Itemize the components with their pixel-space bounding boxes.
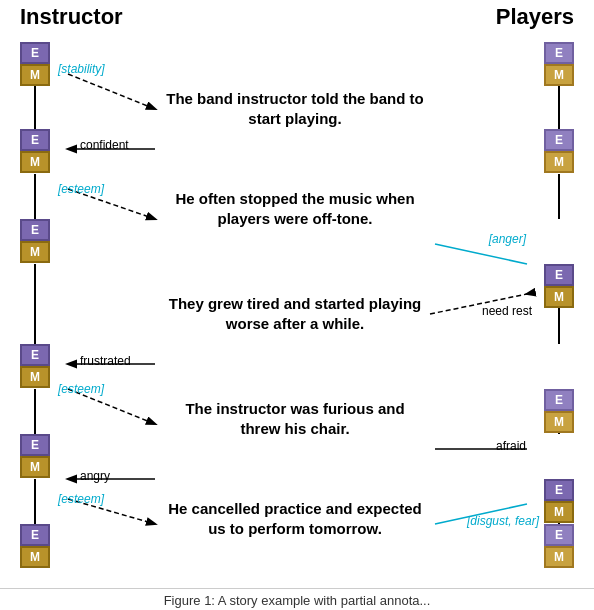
figure-caption: Figure 1: A story example with partial a… — [0, 588, 594, 608]
label-need-rest: need rest — [482, 304, 532, 318]
left-block-4: E M — [20, 344, 50, 388]
left-block-5: E M — [20, 434, 50, 478]
label-esteem1: [esteem] — [58, 182, 104, 196]
svg-line-10 — [68, 74, 155, 109]
right-m-box-6: M — [544, 546, 574, 568]
label-afraid: afraid — [496, 439, 526, 453]
left-m-box-4: M — [20, 366, 50, 388]
label-anger: [anger] — [489, 232, 526, 246]
right-m-box-5: M — [544, 501, 574, 523]
story-text-1: The band instructor told the band to sta… — [165, 89, 425, 128]
right-block-3: E M — [544, 264, 574, 308]
label-esteem3: [esteem] — [58, 492, 104, 506]
story-text-2: He often stopped the music when players … — [165, 189, 425, 228]
left-block-2: E M — [20, 129, 50, 173]
story-text-5: He cancelled practice and expected us to… — [165, 499, 425, 538]
right-e-box-4: E — [544, 389, 574, 411]
diagram-area: E M E M E M E M E M E M E — [0, 34, 594, 574]
story-text-3: They grew tired and started playing wors… — [165, 294, 425, 333]
header: Instructor Players — [0, 0, 594, 34]
right-e-box-3: E — [544, 264, 574, 286]
label-disgust-fear: [disgust, fear] — [467, 514, 539, 528]
left-e-box-5: E — [20, 434, 50, 456]
left-m-box-3: M — [20, 241, 50, 263]
left-m-box-1: M — [20, 64, 50, 86]
right-e-box-5: E — [544, 479, 574, 501]
right-e-box-2: E — [544, 129, 574, 151]
right-block-2: E M — [544, 129, 574, 173]
right-e-box-1: E — [544, 42, 574, 64]
left-e-box-2: E — [20, 129, 50, 151]
right-block-5: E M — [544, 479, 574, 523]
left-m-box-2: M — [20, 151, 50, 173]
left-e-box-3: E — [20, 219, 50, 241]
story-text-4: The instructor was furious and threw his… — [165, 399, 425, 438]
left-e-box-6: E — [20, 524, 50, 546]
left-block-3: E M — [20, 219, 50, 263]
right-block-1: E M — [544, 42, 574, 86]
right-block-6: E M — [544, 524, 574, 568]
left-m-box-6: M — [20, 546, 50, 568]
right-block-4: E M — [544, 389, 574, 433]
left-m-box-5: M — [20, 456, 50, 478]
right-m-box-2: M — [544, 151, 574, 173]
left-block-1: E M — [20, 42, 50, 86]
right-m-box-1: M — [544, 64, 574, 86]
left-e-box-4: E — [20, 344, 50, 366]
label-confident: confident — [80, 138, 129, 152]
main-container: Instructor Players — [0, 0, 594, 610]
svg-line-13 — [435, 244, 527, 264]
right-e-box-6: E — [544, 524, 574, 546]
left-block-6: E M — [20, 524, 50, 568]
label-frustrated: frustrated — [80, 354, 131, 368]
instructor-title: Instructor — [20, 4, 123, 30]
label-angry: angry — [80, 469, 110, 483]
left-e-box-1: E — [20, 42, 50, 64]
label-stability: [stability] — [58, 62, 105, 76]
label-esteem2: [esteem] — [58, 382, 104, 396]
right-m-box-4: M — [544, 411, 574, 433]
players-title: Players — [496, 4, 574, 30]
right-m-box-3: M — [544, 286, 574, 308]
